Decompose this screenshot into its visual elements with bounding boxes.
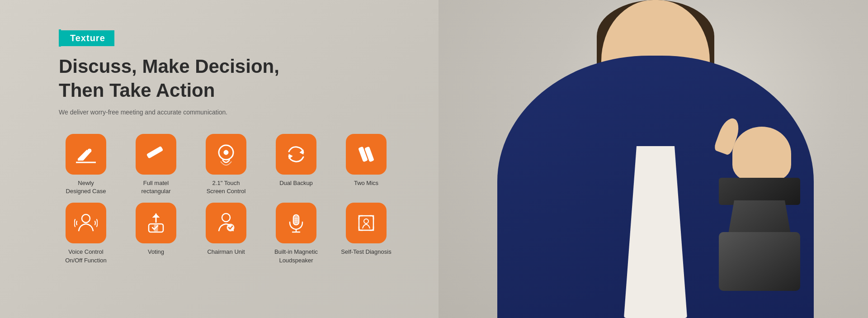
person-figure — [461, 0, 854, 318]
page-wrapper: Texture Discuss, Make Decision, Then Tak… — [0, 0, 868, 318]
voting-icon — [144, 211, 168, 235]
selftest-icon — [354, 211, 378, 235]
mics-icon — [354, 142, 378, 166]
icon-label-speaker: Built-in MagneticLoudspeaker — [274, 248, 318, 264]
headline-line1: Discuss, Make Decision, — [59, 55, 466, 79]
icon-item-dual-backup: Dual Backup — [269, 134, 323, 187]
icon-item-chairman-unit: Chairman Unit — [199, 203, 253, 256]
icon-label-backup: Dual Backup — [279, 179, 313, 187]
texture-label: Texture — [61, 30, 114, 46]
person-hand — [732, 127, 791, 181]
speaker-icon — [284, 211, 308, 235]
icon-label-touch: 2.1" TouchScreen Control — [207, 179, 246, 195]
icon-item-two-mics: Two Mics — [339, 134, 393, 187]
headline: Discuss, Make Decision, Then Take Action — [59, 55, 466, 102]
icon-box-touch — [206, 134, 246, 175]
icon-label-chairman: Chairman Unit — [207, 248, 245, 256]
person-shirt — [624, 146, 687, 318]
icon-box-selftest — [346, 203, 387, 243]
icons-grid: NewlyDesigned Case Full matelrectangular — [59, 134, 466, 265]
svg-point-1 — [88, 149, 91, 152]
svg-point-12 — [222, 214, 230, 222]
icon-item-full-matel: Full matelrectangular — [129, 134, 183, 195]
icon-label-voting: Voting — [148, 248, 164, 256]
icon-box-chairman — [206, 203, 246, 243]
hero-subtext: We deliver worry-free meeting and accura… — [59, 109, 466, 116]
icon-label-mics: Two Mics — [354, 179, 378, 187]
touch-icon — [214, 142, 238, 166]
icon-label-voice: Voice ControlOn/Off Function — [65, 248, 107, 264]
icon-box-case — [66, 134, 106, 175]
icon-item-newly-designed-case: NewlyDesigned Case — [59, 134, 113, 195]
icon-item-speaker: Built-in MagneticLoudspeaker — [269, 203, 323, 264]
held-device — [719, 178, 809, 291]
icons-row-2: Voice ControlOn/Off Function — [59, 203, 466, 264]
icons-row-1: NewlyDesigned Case Full matelrectangular — [59, 134, 466, 195]
icon-box-mics — [346, 134, 387, 175]
icon-item-touch-screen: 2.1" TouchScreen Control — [199, 134, 253, 195]
svg-point-22 — [364, 219, 368, 223]
icon-label-matel: Full matelrectangular — [141, 179, 170, 195]
svg-point-9 — [82, 214, 90, 223]
content-area: Texture Discuss, Make Decision, Then Tak… — [59, 0, 466, 318]
icon-item-voice-control: Voice ControlOn/Off Function — [59, 203, 113, 264]
device-body — [719, 232, 800, 291]
icon-label-case: NewlyDesigned Case — [66, 179, 106, 195]
rectangular-icon — [144, 142, 168, 166]
icon-item-voting: Voting — [129, 203, 183, 256]
svg-marker-6 — [289, 154, 292, 159]
icon-box-voice — [66, 203, 106, 243]
icon-box-speaker — [276, 203, 316, 243]
texture-badge: Texture — [59, 29, 466, 47]
icon-label-selftest: Self-Test Diagnosis — [341, 248, 391, 256]
chairman-icon — [214, 211, 238, 235]
device-neck — [728, 200, 791, 237]
icon-item-self-test: Self-Test Diagnosis — [339, 203, 393, 256]
svg-rect-2 — [146, 146, 163, 158]
voice-icon — [74, 211, 98, 235]
svg-marker-5 — [300, 150, 303, 154]
svg-rect-15 — [294, 216, 298, 224]
backup-icon — [284, 142, 308, 166]
icon-box-backup — [276, 134, 316, 175]
icon-box-rectangular — [136, 134, 176, 175]
svg-point-4 — [224, 150, 228, 155]
headline-line2: Then Take Action — [59, 79, 466, 103]
case-icon — [74, 142, 98, 166]
icon-box-voting — [136, 203, 176, 243]
